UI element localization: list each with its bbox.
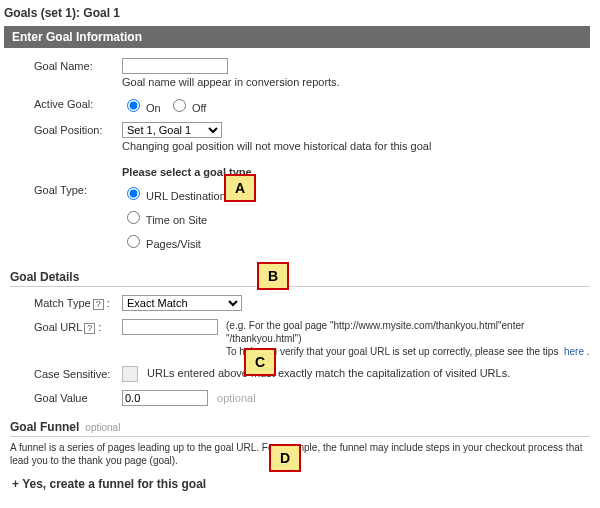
case-sensitive-checkbox[interactable] <box>122 366 138 382</box>
page-title: Goals (set 1): Goal 1 <box>4 6 590 20</box>
match-type-select[interactable]: Exact Match <box>122 295 242 311</box>
annotation-a: A <box>224 174 256 202</box>
goal-url-label: Goal URL? : <box>34 319 122 334</box>
match-type-label: Match Type? : <box>34 295 122 310</box>
goal-value-optional: optional <box>217 392 256 404</box>
goal-value-label: Goal Value <box>34 390 122 404</box>
annotation-b: B <box>257 262 289 290</box>
help-icon[interactable]: ? <box>84 323 95 334</box>
goal-value-input[interactable] <box>122 390 208 406</box>
goal-url-input[interactable] <box>122 319 218 335</box>
annotation-c: C <box>244 348 276 376</box>
goal-type-prompt: Please select a goal type <box>122 166 590 178</box>
goal-type-time[interactable]: Time on Site <box>122 214 207 226</box>
goal-funnel-title: Goal Funneloptional <box>10 420 590 437</box>
goal-name-label: Goal Name: <box>34 58 122 72</box>
goal-name-hint: Goal name will appear in conversion repo… <box>122 76 590 88</box>
goal-type-label: Goal Type: <box>34 166 122 196</box>
annotation-d: D <box>269 444 301 472</box>
goal-type-pages[interactable]: Pages/Visit <box>122 238 201 250</box>
goal-details-title: Goal Details <box>10 270 590 287</box>
goal-url-hint-eg: (e.g. For the goal page "http://www.mysi… <box>226 319 590 345</box>
active-goal-off[interactable]: Off <box>168 102 207 114</box>
goal-funnel-toggle[interactable]: + Yes, create a funnel for this goal <box>12 477 590 491</box>
active-goal-label: Active Goal: <box>34 96 122 110</box>
active-goal-on[interactable]: On <box>122 102 161 114</box>
goal-name-input[interactable] <box>122 58 228 74</box>
goal-position-label: Goal Position: <box>34 122 122 136</box>
goal-type-url[interactable]: URL Destination <box>122 190 226 202</box>
help-icon[interactable]: ? <box>93 299 104 310</box>
section-header-enter-goal: Enter Goal Information <box>4 26 590 48</box>
case-sensitive-label: Case Sensitive: <box>34 366 122 380</box>
goal-position-select[interactable]: Set 1, Goal 1 <box>122 122 222 138</box>
goal-position-hint: Changing goal position will not move his… <box>122 140 590 152</box>
goal-url-tips-link[interactable]: here <box>564 346 584 357</box>
case-sensitive-desc: URLs entered above must exactly match th… <box>147 367 510 379</box>
